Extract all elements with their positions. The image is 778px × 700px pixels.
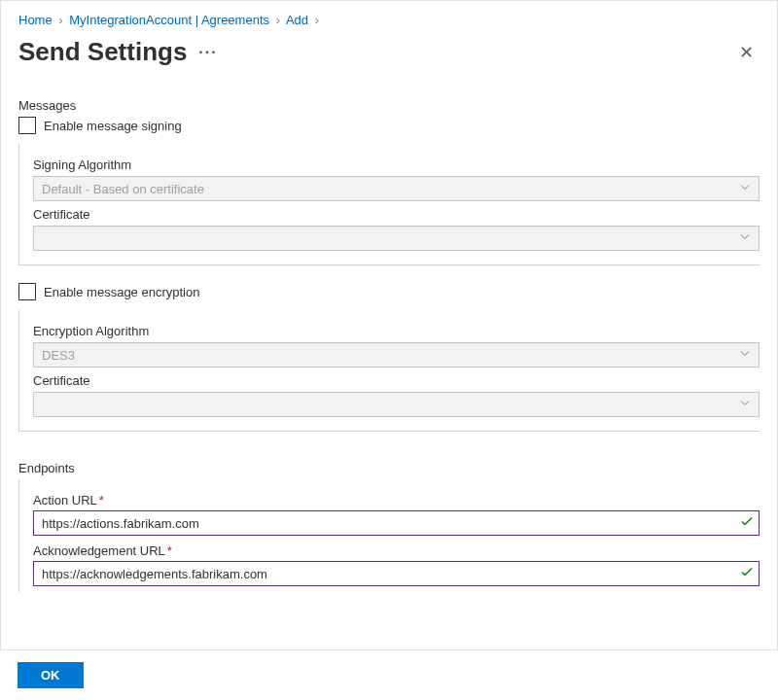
enable-signing-label: Enable message signing — [44, 119, 182, 133]
check-icon — [740, 515, 754, 532]
encryption-algorithm-select: DES3 — [33, 342, 760, 368]
chevron-right-icon: › — [273, 13, 283, 27]
chevron-down-icon — [739, 348, 751, 363]
chevron-down-icon — [739, 398, 751, 412]
action-url-label: Action URL — [33, 493, 97, 508]
endpoints-section-label: Endpoints — [18, 461, 760, 475]
action-url-input[interactable] — [33, 510, 760, 536]
breadcrumb-account[interactable]: MyIntegrationAccount | Agreements — [69, 13, 269, 27]
encryption-fieldset: Encryption Algorithm DES3 Certificate — [18, 310, 760, 432]
encryption-algorithm-label: Encryption Algorithm — [33, 324, 760, 338]
ok-button[interactable]: OK — [18, 662, 84, 688]
required-icon: * — [167, 543, 172, 558]
enable-encryption-checkbox[interactable] — [18, 283, 36, 300]
required-icon: * — [99, 493, 104, 508]
enable-signing-checkbox[interactable] — [18, 117, 36, 134]
more-icon[interactable]: ··· — [198, 44, 217, 61]
page-title: Send Settings — [18, 37, 187, 67]
signing-algorithm-label: Signing Algorithm — [33, 158, 760, 172]
check-icon — [740, 566, 754, 582]
chevron-down-icon — [739, 231, 751, 246]
messages-section-label: Messages — [18, 98, 760, 113]
signing-certificate-select — [33, 226, 760, 251]
signing-fieldset: Signing Algorithm Default - Based on cer… — [18, 144, 760, 265]
ack-url-input[interactable] — [33, 561, 760, 586]
chevron-right-icon: › — [55, 13, 65, 27]
encryption-certificate-select — [33, 392, 760, 417]
breadcrumb-home[interactable]: Home — [18, 13, 53, 27]
breadcrumb-add[interactable]: Add — [286, 13, 308, 27]
encryption-certificate-label: Certificate — [33, 373, 760, 388]
breadcrumb: Home › MyIntegrationAccount | Agreements… — [18, 11, 760, 31]
encryption-algorithm-value: DES3 — [42, 348, 75, 363]
enable-encryption-label: Enable message encryption — [44, 285, 199, 299]
signing-certificate-label: Certificate — [33, 207, 760, 222]
ack-url-label: Acknowledgement URL — [33, 543, 165, 558]
signing-algorithm-select: Default - Based on certificate — [33, 176, 760, 201]
chevron-down-icon — [739, 182, 751, 196]
close-icon[interactable]: ✕ — [733, 41, 760, 64]
chevron-right-icon: › — [312, 13, 322, 27]
signing-algorithm-value: Default - Based on certificate — [42, 182, 204, 196]
